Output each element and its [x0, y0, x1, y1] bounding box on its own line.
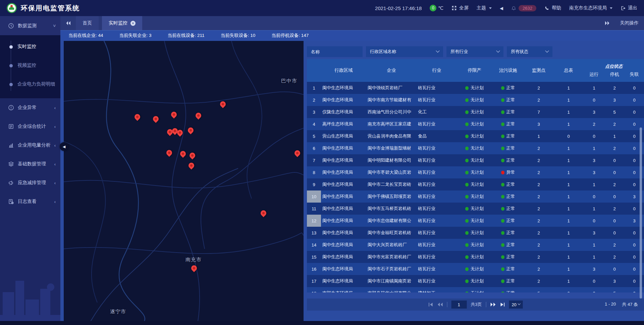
table-row[interactable]: 9阆中生态环境局阆中市二龙长宝页岩砖砖瓦行业无计划正常21120 — [307, 178, 644, 191]
cell-region: 阆中生态环境局 — [321, 82, 366, 94]
chevron-collapsed-icon: ‹ — [54, 199, 56, 204]
table-row[interactable]: 17阆中生态环境局阆中市江南镇阆南页岩砖瓦行业无计划正常21030 — [307, 275, 644, 287]
prev-page-button[interactable] — [437, 302, 443, 307]
region-filter-select[interactable]: 行政区域名称 — [366, 46, 443, 57]
divider — [486, 302, 486, 307]
cell-stop: 2 — [604, 118, 625, 130]
sidebar-item-label: 企业综合统计 — [18, 123, 46, 129]
org-dropdown[interactable]: 南充市生态环境局 — [569, 5, 612, 11]
chevron-collapsed-icon: ‹ — [54, 105, 56, 110]
table-row[interactable]: 5营山生态环境局营山县润丰肉食品有限食品无计划正常10010 — [307, 130, 644, 142]
name-filter-input[interactable] — [307, 46, 363, 57]
org-label: 南充市生态环境局 — [569, 5, 607, 11]
sidebar-item-4[interactable]: 基础数据管理‹ — [0, 155, 60, 173]
map-panel[interactable]: 巴中市南充市遂宁市 — [64, 41, 304, 321]
fullscreen-button[interactable]: 全屏 — [451, 5, 469, 11]
caret-down-icon — [489, 7, 492, 9]
next-page-button[interactable] — [490, 302, 496, 307]
cell-company: 阆中大兴页岩机砖厂 — [366, 239, 417, 251]
col-header-company: 企业 — [366, 59, 417, 82]
sidebar-subitem-1[interactable]: 视频监控 — [0, 56, 60, 75]
sidebar-item-6[interactable]: 日志查看‹ — [0, 192, 60, 211]
app-title: 环保用电监管系统 — [21, 4, 80, 13]
cell-meter: 1 — [553, 106, 584, 118]
cell-meter: 1 — [553, 239, 584, 251]
cell-region: 阆中生态环境局 — [321, 251, 366, 263]
cell-points: 2 — [524, 142, 553, 154]
cell-meter: 1 — [553, 215, 584, 227]
cell-company: 阆中市忠信建材有限公 — [366, 215, 417, 227]
tab-close-icon[interactable]: ✕ — [130, 21, 136, 26]
cell-points: 2 — [524, 94, 553, 106]
cell-facility: 正常 — [492, 154, 524, 166]
table-row[interactable]: 4高坪生态环境局南充市高坪区王家店建砖瓦行业无计划正常31220 — [307, 118, 644, 130]
table-row[interactable]: 10阆中生态环境局阆中千佛镇五郎垭页岩砖瓦行业无计划正常21003 — [307, 191, 644, 203]
cell-limit: 无计划 — [457, 106, 492, 118]
app-header: 环保用电监管系统 2021-02-25 17:46:18 0 ℃ 全屏 主题 ◀… — [0, 0, 644, 16]
table-row[interactable]: 16阆中生态环境局阆中市石子页岩机砖厂砖瓦行业无计划正常21300 — [307, 263, 644, 275]
sidebar-item-5[interactable]: 应急减排管理‹ — [0, 173, 60, 192]
page-size-select[interactable]: 20 — [509, 301, 523, 309]
industry-filter-select[interactable]: 所有行业 — [446, 46, 503, 57]
map-collapse-handle[interactable]: ◀ — [60, 142, 68, 151]
table-row[interactable]: 11阆中生态环境局阆中市五马桥页岩机砖砖瓦行业无计划正常21120 — [307, 203, 644, 215]
chevron-down-icon — [496, 49, 500, 53]
sidebar-item-2[interactable]: 企业综合统计‹ — [0, 117, 60, 136]
table-row[interactable]: 15阆中生态环境局阆中市光富页岩机砖厂砖瓦行业无计划正常21120 — [307, 251, 644, 263]
sidebar-item-0[interactable]: 数据监测˅ — [0, 16, 60, 35]
cell-industry: 砖瓦行业 — [417, 227, 457, 239]
cell-company: 阆中市二龙长宝页岩砖 — [366, 178, 417, 191]
close-operations-button[interactable]: 关闭操作 — [620, 20, 639, 26]
theme-dropdown[interactable]: 主题 — [477, 5, 492, 11]
cell-meter: 1 — [553, 142, 584, 154]
cell-limit: 无计划 — [457, 191, 492, 203]
table-row[interactable]: 18南部生态环境局南部县瑞华水泥有限公建材加工无计划正常50050 — [307, 287, 644, 292]
sidebar-subitem-0[interactable]: 实时监控 — [0, 37, 60, 56]
sidebar-subitem-2[interactable]: 企业电力负荷明细 — [0, 75, 60, 94]
cell-company: 营山县润丰肉食品有限 — [366, 130, 417, 142]
notifications-button[interactable]: 2632 — [511, 5, 536, 11]
table-row[interactable]: 3仪陇生态环境局西南油气田分公司川中化工无计划正常71350 — [307, 106, 644, 118]
cell-region: 阆中生态环境局 — [321, 142, 366, 154]
tabs-scroll-left-button[interactable] — [66, 21, 71, 25]
first-page-button[interactable] — [428, 302, 433, 307]
page-number-input[interactable] — [451, 301, 467, 309]
cell-company: 南充市高坪区王家店建 — [366, 118, 417, 130]
cell-run: 0 — [584, 94, 604, 106]
cell-run: 3 — [584, 227, 604, 239]
logout-button[interactable]: 退出 — [621, 5, 637, 11]
sidebar-item-3[interactable]: 企业用电量分析‹ — [0, 136, 60, 155]
cell-lost: 0 — [625, 94, 644, 106]
volume-button[interactable]: ◀ — [500, 6, 503, 11]
chevron-down-icon — [518, 302, 521, 305]
cell-run: 3 — [584, 263, 604, 275]
table-scrollbar[interactable] — [640, 127, 642, 299]
cell-facility: 正常 — [492, 118, 524, 130]
table-row[interactable]: 7阆中生态环境局阆中明阳建材有限公司砖瓦行业无计划正常21300 — [307, 154, 644, 166]
table-row[interactable]: 1阆中生态环境局阆中强锐页岩砖厂砖瓦行业无计划正常21120 — [307, 82, 644, 94]
phone-icon — [544, 6, 549, 11]
col-header-limit: 停限产 — [457, 59, 492, 82]
tab-1[interactable]: 实时监控✕ — [102, 16, 142, 30]
table-row[interactable]: 8阆中生态环境局阆中市枣碧大梁山页岩砖瓦行业无计划异常21300 — [307, 166, 644, 178]
tab-bar: 首页实时监控✕ 关闭操作 — [60, 16, 644, 30]
cell-stop: 0 — [604, 215, 625, 227]
tabs-scroll-right-button[interactable] — [604, 21, 610, 25]
table-row[interactable]: 6阆中生态环境局阆中市金博瑞新型墙材砖瓦行业无计划正常21120 — [307, 142, 644, 154]
stat-item-4: 当前停机设备: 147 — [271, 33, 309, 39]
cell-run: 2 — [584, 118, 604, 130]
status-dot-ok — [501, 231, 504, 235]
cell-points: 2 — [524, 203, 553, 215]
table-row[interactable]: 2阆中生态环境局阆中市南方节能建材有砖瓦行业无计划正常21030 — [307, 94, 644, 106]
logout-label: 退出 — [628, 5, 637, 11]
table-row[interactable]: 13阆中生态环境局阆中市金福旺页岩机砖砖瓦行业无计划正常21300 — [307, 227, 644, 239]
help-button[interactable]: 帮助 — [544, 5, 561, 11]
status-filter-select[interactable]: 所有状态 — [507, 46, 552, 57]
cell-limit: 无计划 — [457, 251, 492, 263]
sidebar-item-1[interactable]: 企业异常‹ — [0, 98, 60, 117]
status-dot-ok — [465, 219, 469, 223]
last-page-button[interactable] — [500, 302, 505, 307]
tab-0[interactable]: 首页 — [76, 16, 99, 30]
table-row[interactable]: 12阆中生态环境局阆中市忠信建材有限公砖瓦行业无计划正常21003 — [307, 215, 644, 227]
table-row[interactable]: 14阆中生态环境局阆中大兴页岩机砖厂砖瓦行业无计划正常21120 — [307, 239, 644, 251]
